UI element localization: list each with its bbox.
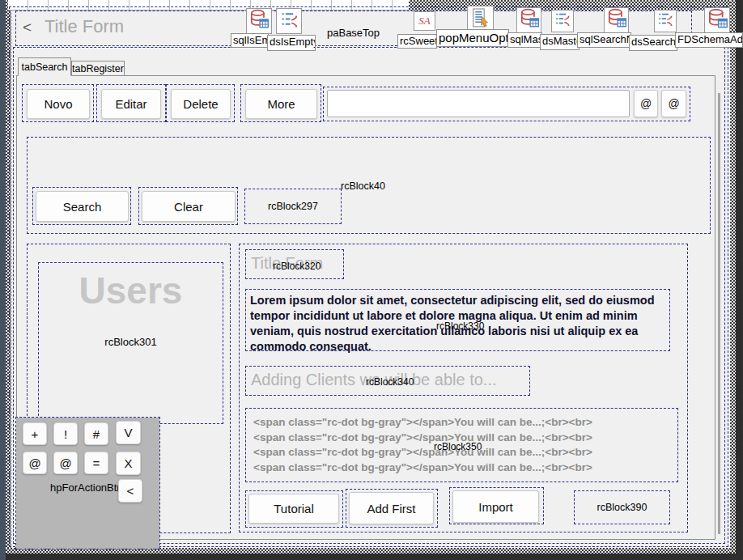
list-line: <span class="rc-dot bg-gray"></span>You …: [253, 415, 674, 431]
dataset-icon: [279, 10, 299, 33]
designer-window: < Title Form paBaseTop SA sqlIsEm dsIsEm…: [0, 0, 743, 560]
component-label: dsMaste: [540, 34, 580, 50]
sweetalert-icon: SA: [418, 15, 430, 28]
add-first-button[interactable]: Add First: [349, 492, 434, 524]
key-at-2[interactable]: @: [53, 452, 78, 474]
block-placeholder-rcblock297[interactable]: rcBlock297: [244, 189, 342, 224]
sql-is-empty-component[interactable]: [246, 8, 272, 34]
clear-button[interactable]: Clear: [142, 191, 236, 222]
block-label: rcBlock340: [366, 376, 414, 388]
tab-search[interactable]: tabSearch: [18, 57, 71, 76]
database-icon: [707, 8, 728, 33]
ide-left-bar: [0, 0, 6, 560]
tutorial-button[interactable]: Tutorial: [248, 494, 339, 524]
vertical-scrollbar[interactable]: [718, 93, 720, 534]
block-placeholder-rcblock390[interactable]: rcBlock390: [574, 490, 670, 524]
designer-hatch-right: [730, 0, 736, 554]
dataset-icon: [554, 11, 571, 32]
key-hash[interactable]: #: [84, 422, 108, 445]
fd-schema-adapter-component[interactable]: [704, 7, 730, 34]
key-at-1[interactable]: @: [23, 452, 47, 474]
block-label: rcBlock390: [597, 502, 647, 513]
title-block-rcblock320[interactable]: Title Form rcBlock320: [245, 249, 344, 279]
database-icon: [606, 8, 627, 32]
page-title: Title Form: [45, 16, 124, 37]
key-x[interactable]: X: [116, 452, 141, 475]
import-button[interactable]: Import: [452, 490, 539, 523]
tab-register[interactable]: tabRegister: [71, 61, 125, 76]
designer-hatch-bottom: [6, 548, 730, 554]
ds-search-component[interactable]: [654, 10, 677, 32]
at-button-1[interactable]: @: [634, 90, 658, 117]
novo-button[interactable]: Novo: [27, 89, 90, 119]
component-label: sqlSearchN: [577, 32, 631, 48]
at-button-2[interactable]: @: [661, 90, 686, 117]
paragraph-block-rcblock330[interactable]: Lorem ipsum dolor sit amet, consectetur …: [245, 289, 670, 351]
list-block-rcblock350[interactable]: <span class="rc-dot bg-gray"></span>You …: [245, 408, 678, 482]
back-arrow[interactable]: <: [23, 19, 32, 36]
database-icon: [519, 8, 540, 32]
dataset-icon: [656, 11, 674, 32]
sweetalert-component[interactable]: SA: [414, 11, 435, 31]
sql-master-component[interactable]: [516, 7, 541, 33]
block-label: rcBlock297: [268, 201, 318, 212]
component-label: dsSearchN: [629, 35, 677, 51]
ide-right-bar: [736, 0, 743, 560]
component-label: sqlIsEm: [231, 33, 269, 48]
key-back[interactable]: <: [118, 479, 142, 503]
key-exclaim[interactable]: !: [53, 422, 78, 445]
delete-button[interactable]: Delete: [171, 89, 231, 119]
block-label: rcBlock330: [436, 320, 484, 332]
list-line: <span class="rc-dot bg-gray"></span>You …: [253, 460, 674, 476]
component-label: popMenuOptio: [436, 29, 509, 47]
key-plus[interactable]: +: [23, 422, 47, 445]
component-label: FDSchemaAdap: [675, 32, 743, 48]
component-label: dsIsEmpty: [267, 35, 316, 51]
ide-bottom-bar: [6, 554, 743, 560]
ds-is-empty-component[interactable]: [276, 8, 302, 34]
block-label: rcBlock320: [273, 261, 321, 272]
ds-master-component[interactable]: [551, 10, 574, 32]
sql-search-component[interactable]: [604, 7, 629, 33]
database-icon: [248, 9, 270, 33]
top-panel-name: paBaseTop: [327, 27, 380, 39]
users-heading: Users: [38, 269, 223, 312]
editar-button[interactable]: Editar: [101, 89, 161, 119]
block-label: rcBlock350: [434, 441, 482, 452]
search-button[interactable]: Search: [36, 191, 129, 222]
key-v[interactable]: V: [116, 421, 141, 444]
search-block-label: rcBlock40: [341, 180, 385, 192]
keypad-panel-label: hpForActionBtn: [50, 482, 123, 494]
search-input[interactable]: [327, 90, 630, 117]
more-button[interactable]: More: [245, 89, 317, 119]
users-block-label: rcBlock301: [38, 336, 223, 348]
key-equals[interactable]: =: [84, 452, 108, 474]
subtitle-block-rcblock340[interactable]: Adding Clients we will be able to... rcB…: [245, 366, 530, 396]
component-label: rcSweetA: [397, 34, 437, 49]
component-label: sqlMas: [507, 32, 542, 48]
